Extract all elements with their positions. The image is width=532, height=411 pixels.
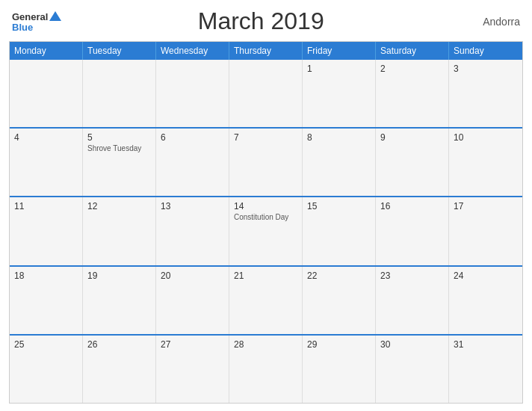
- day-cell: 4: [10, 129, 83, 196]
- logo: General Blue: [12, 11, 61, 32]
- day-number: 23: [380, 271, 444, 281]
- country-label: Andorra: [460, 16, 520, 28]
- day-number: 4: [14, 132, 78, 143]
- week-row-1: 123: [10, 60, 522, 127]
- day-number: 24: [454, 271, 518, 281]
- day-number: 29: [307, 339, 371, 350]
- week-row-5: 25262728293031: [10, 334, 522, 403]
- day-number: 13: [161, 201, 224, 211]
- day-cell: 14Constitution Day: [229, 197, 303, 265]
- day-cell: 6: [156, 129, 229, 196]
- day-header-wednesday: Wednesday: [156, 42, 229, 60]
- day-number: 6: [161, 132, 224, 143]
- day-number: 2: [380, 64, 444, 74]
- day-cell: 3: [449, 60, 522, 127]
- day-number: 17: [454, 201, 518, 211]
- day-cell: 29: [303, 336, 376, 403]
- day-cell: [83, 60, 156, 127]
- day-header-tuesday: Tuesday: [83, 42, 156, 60]
- day-cell: 1: [303, 60, 376, 127]
- day-cell: 17: [449, 197, 522, 265]
- day-number: 16: [380, 201, 444, 211]
- calendar: MondayTuesdayWednesdayThursdayFridaySatu…: [9, 41, 523, 404]
- day-number: 30: [380, 339, 444, 350]
- day-cell: 8: [303, 129, 376, 196]
- day-header-sunday: Sunday: [449, 42, 522, 60]
- day-cell: 7: [229, 129, 303, 196]
- day-header-thursday: Thursday: [229, 42, 303, 60]
- day-cell: 24: [449, 267, 522, 334]
- day-number: 7: [234, 132, 297, 143]
- day-cell: 26: [83, 336, 156, 403]
- day-cell: 16: [376, 197, 449, 265]
- event-label: Constitution Day: [234, 213, 297, 221]
- day-cell: 9: [376, 129, 449, 196]
- day-number: 3: [454, 64, 518, 74]
- day-number: 21: [234, 271, 297, 281]
- day-cell: 2: [376, 60, 449, 127]
- day-number: 12: [87, 201, 151, 211]
- day-number: 11: [14, 201, 78, 211]
- day-number: 18: [14, 271, 78, 281]
- week-row-3: 11121314Constitution Day151617: [10, 196, 522, 265]
- page: General Blue March 2019 Andorra MondayTu…: [0, 0, 532, 411]
- day-header-friday: Friday: [303, 42, 376, 60]
- day-number: 28: [234, 339, 297, 350]
- day-number: 26: [87, 339, 151, 350]
- logo-blue-text: Blue: [12, 22, 61, 32]
- week-row-4: 18192021222324: [10, 265, 522, 334]
- header: General Blue March 2019 Andorra: [9, 7, 523, 35]
- day-number: 25: [14, 339, 78, 350]
- day-cell: 31: [449, 336, 522, 403]
- weeks-container: 12345Shrove Tuesday67891011121314Constit…: [10, 60, 522, 403]
- day-cell: 10: [449, 129, 522, 196]
- calendar-title: March 2019: [61, 7, 460, 35]
- event-label: Shrove Tuesday: [87, 144, 151, 152]
- day-cell: 30: [376, 336, 449, 403]
- day-cell: 23: [376, 267, 449, 334]
- day-cell: 27: [156, 336, 229, 403]
- day-cell: 28: [229, 336, 303, 403]
- day-number: 19: [87, 271, 151, 281]
- day-number: 10: [454, 132, 518, 143]
- day-header-saturday: Saturday: [376, 42, 449, 60]
- day-cell: 5Shrove Tuesday: [83, 129, 156, 196]
- day-cell: 13: [156, 197, 229, 265]
- day-number: 20: [161, 271, 224, 281]
- day-number: 31: [454, 339, 518, 350]
- day-cell: [156, 60, 229, 127]
- day-number: 22: [307, 271, 371, 281]
- day-number: 14: [234, 201, 297, 211]
- day-cell: [10, 60, 83, 127]
- day-number: 15: [307, 201, 371, 211]
- week-row-2: 45Shrove Tuesday678910: [10, 127, 522, 196]
- day-header-monday: Monday: [10, 42, 83, 60]
- day-cell: [229, 60, 303, 127]
- day-headers-row: MondayTuesdayWednesdayThursdayFridaySatu…: [10, 42, 522, 60]
- day-number: 5: [87, 132, 151, 143]
- day-number: 1: [307, 64, 371, 74]
- logo-triangle-icon: [49, 11, 61, 21]
- logo-general-text: General: [12, 12, 48, 22]
- day-cell: 20: [156, 267, 229, 334]
- day-number: 9: [380, 132, 444, 143]
- day-cell: 12: [83, 197, 156, 265]
- day-number: 8: [307, 132, 371, 143]
- day-cell: 22: [303, 267, 376, 334]
- day-cell: 18: [10, 267, 83, 334]
- day-cell: 25: [10, 336, 83, 403]
- day-cell: 11: [10, 197, 83, 265]
- day-cell: 15: [303, 197, 376, 265]
- day-number: 27: [161, 339, 224, 350]
- day-cell: 21: [229, 267, 303, 334]
- day-cell: 19: [83, 267, 156, 334]
